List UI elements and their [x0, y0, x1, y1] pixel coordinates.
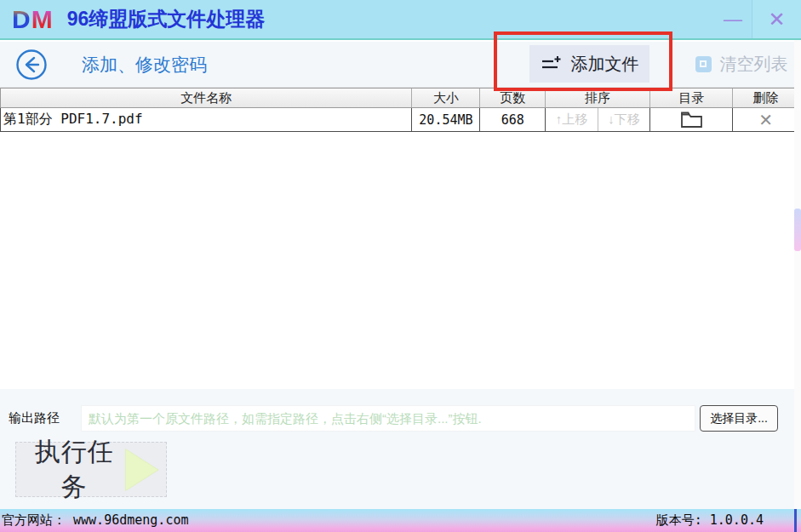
logo-letter-m: M: [31, 5, 54, 33]
app-title: 96缔盟版式文件处理器: [67, 6, 266, 32]
move-up-button[interactable]: ↑上移: [546, 108, 598, 131]
add-files-label: 添加文件: [571, 53, 639, 76]
app-logo: DM: [12, 7, 54, 32]
back-button[interactable]: [15, 49, 48, 81]
column-header-directory: 目录: [650, 89, 733, 107]
column-header-sort: 排序: [546, 89, 650, 107]
close-icon: ✕: [768, 8, 785, 31]
logo-letter-d: D: [12, 5, 31, 33]
scrollbar-track[interactable]: [794, 40, 801, 509]
cell-size: 20.54MB: [412, 108, 480, 131]
minimize-button[interactable]: —: [714, 0, 752, 38]
output-path-label: 输出路径: [9, 405, 60, 431]
bottom-panel: 输出路径 选择目录... 执行任务: [0, 389, 801, 509]
cell-pages: 668: [480, 108, 546, 131]
column-header-delete: 删除: [733, 89, 799, 107]
column-header-filename: 文件名称: [1, 89, 412, 107]
table-row: 第1部分 PDF1.7.pdf 20.54MB 668 ↑上移 ↓下移 ✕: [0, 108, 799, 132]
version-text: 版本号: 1.0.0.4: [656, 512, 764, 529]
scrollbar-thumb[interactable]: [794, 209, 801, 251]
clear-list-icon: [695, 56, 712, 72]
play-icon: [123, 445, 162, 495]
table-header-row: 文件名称 大小 页数 排序 目录 删除: [0, 88, 799, 108]
delete-icon: ✕: [758, 110, 773, 130]
official-website-text: 官方网站： www.96dmeng.com: [2, 512, 189, 529]
cell-sort: ↑上移 ↓下移: [546, 108, 650, 131]
execute-task-button[interactable]: 执行任务: [15, 442, 167, 497]
back-arrow-icon: [15, 49, 48, 81]
output-path-input[interactable]: [81, 405, 695, 432]
move-down-button[interactable]: ↓下移: [598, 108, 649, 131]
column-header-size: 大小: [412, 89, 480, 107]
column-header-pages: 页数: [480, 89, 546, 107]
execute-task-label: 执行任务: [28, 435, 121, 505]
choose-directory-button[interactable]: 选择目录...: [700, 405, 778, 432]
delete-row-button[interactable]: ✕: [733, 108, 798, 131]
clear-list-label: 清空列表: [720, 53, 788, 76]
app-window: DM 96缔盟版式文件处理器 — ✕ 添加、修改密码 添加文件: [0, 0, 801, 532]
close-button[interactable]: ✕: [752, 0, 801, 38]
title-bar: DM 96缔盟版式文件处理器 — ✕: [0, 0, 801, 40]
cell-delete: ✕: [733, 108, 799, 131]
status-bar: 官方网站： www.96dmeng.com 版本号: 1.0.0.4: [0, 509, 801, 532]
add-files-button[interactable]: 添加文件: [529, 45, 649, 83]
add-file-icon: [541, 54, 563, 73]
clear-list-button[interactable]: 清空列表: [686, 45, 797, 83]
cell-directory[interactable]: [650, 108, 733, 131]
file-table: 文件名称 大小 页数 排序 目录 删除 第1部分 PDF1.7.pdf 20.5…: [0, 88, 799, 132]
page-title: 添加、修改密码: [82, 42, 207, 88]
minimize-icon: —: [724, 9, 742, 31]
toolbar: 添加、修改密码 添加文件 清空列表: [0, 42, 801, 88]
cell-filename: 第1部分 PDF1.7.pdf: [1, 108, 412, 131]
window-controls: — ✕: [714, 0, 801, 38]
folder-icon: [680, 111, 703, 129]
statusbar-divider: [794, 509, 797, 532]
